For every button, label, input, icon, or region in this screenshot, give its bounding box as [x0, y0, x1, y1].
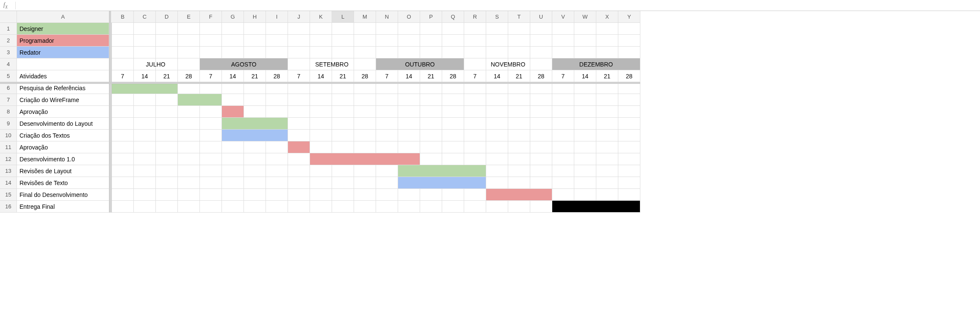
cell-W13[interactable]	[574, 165, 596, 177]
cell-Y3[interactable]	[618, 47, 640, 58]
cell-E2[interactable]	[178, 35, 200, 47]
cell-J8[interactable]	[288, 106, 310, 118]
cell-K2[interactable]	[310, 35, 332, 47]
cell-E16[interactable]	[178, 201, 200, 213]
cell-D2[interactable]	[156, 35, 178, 47]
cell-V2[interactable]	[552, 35, 574, 47]
cell-X12[interactable]	[596, 153, 618, 165]
cell-K3[interactable]	[310, 47, 332, 58]
cell-C15[interactable]	[134, 189, 156, 201]
cell-P6[interactable]	[420, 82, 442, 94]
cell-S13[interactable]	[486, 165, 508, 177]
cell-T14[interactable]	[508, 177, 530, 189]
cell-X10[interactable]	[596, 130, 618, 141]
cell-Q3[interactable]	[442, 47, 464, 58]
cell-G7[interactable]	[222, 94, 244, 106]
cell-S8[interactable]	[486, 106, 508, 118]
cell-R9[interactable]	[464, 118, 486, 130]
cell-Y10[interactable]	[618, 130, 640, 141]
cell-S7[interactable]	[486, 94, 508, 106]
cell-D1[interactable]	[156, 23, 178, 35]
column-header-P[interactable]: P	[420, 11, 442, 23]
cell-F6[interactable]	[200, 82, 222, 94]
column-header-E[interactable]: E	[178, 11, 200, 23]
month-header-dezembro[interactable]: DEZEMBRO	[552, 58, 640, 70]
cell-I14[interactable]	[266, 177, 288, 189]
task-label-row-7[interactable]: Criação do WireFrame	[17, 94, 109, 106]
cell-M8[interactable]	[354, 106, 376, 118]
cell-M1[interactable]	[354, 23, 376, 35]
cell-D9[interactable]	[156, 118, 178, 130]
cell-N1[interactable]	[376, 23, 398, 35]
column-header-D[interactable]: D	[156, 11, 178, 23]
cell-Y9[interactable]	[618, 118, 640, 130]
cell-N6[interactable]	[376, 82, 398, 94]
cell-X3[interactable]	[596, 47, 618, 58]
cell-V8[interactable]	[552, 106, 574, 118]
cell-T12[interactable]	[508, 153, 530, 165]
cell-B16[interactable]	[112, 201, 134, 213]
column-header-T[interactable]: T	[508, 11, 530, 23]
cell-F13[interactable]	[200, 165, 222, 177]
cell-K8[interactable]	[310, 106, 332, 118]
cell-Q7[interactable]	[442, 94, 464, 106]
cell-L8[interactable]	[332, 106, 354, 118]
cell-R15[interactable]	[464, 189, 486, 201]
cell-V1[interactable]	[552, 23, 574, 35]
column-header-R[interactable]: R	[464, 11, 486, 23]
cell-I2[interactable]	[266, 35, 288, 47]
date-cell-21[interactable]: 14	[486, 70, 508, 82]
cell-N14[interactable]	[376, 177, 398, 189]
cell-K7[interactable]	[310, 94, 332, 106]
cell-H14[interactable]	[244, 177, 266, 189]
cell-I15[interactable]	[266, 189, 288, 201]
cell-S6[interactable]	[486, 82, 508, 94]
cell-T6[interactable]	[508, 82, 530, 94]
cell-B8[interactable]	[112, 106, 134, 118]
cell-B7[interactable]	[112, 94, 134, 106]
cell-D14[interactable]	[156, 177, 178, 189]
cell-H6[interactable]	[244, 82, 266, 94]
column-header-H[interactable]: H	[244, 11, 266, 23]
cell-M16[interactable]	[354, 201, 376, 213]
cell-Q15[interactable]	[442, 189, 464, 201]
cell-O10[interactable]	[398, 130, 420, 141]
cell-D3[interactable]	[156, 47, 178, 58]
cell-X2[interactable]	[596, 35, 618, 47]
task-label-row-15[interactable]: Final do Desenvolvimento	[17, 189, 109, 201]
cell-E14[interactable]	[178, 177, 200, 189]
date-cell-8[interactable]: 7	[200, 70, 222, 82]
cell-I12[interactable]	[266, 153, 288, 165]
cell-J15[interactable]	[288, 189, 310, 201]
cell-C11[interactable]	[134, 141, 156, 153]
cell-C1[interactable]	[134, 23, 156, 35]
cell-M9[interactable]	[354, 118, 376, 130]
cell-F9[interactable]	[200, 118, 222, 130]
date-cell-20[interactable]: 7	[464, 70, 486, 82]
cell-U16[interactable]	[530, 201, 552, 213]
cell-T11[interactable]	[508, 141, 530, 153]
cell-L14[interactable]	[332, 177, 354, 189]
row-header-5[interactable]: 5	[0, 70, 17, 82]
cell-P11[interactable]	[420, 141, 442, 153]
legend-programador[interactable]: Programador	[17, 35, 109, 47]
cell-W14[interactable]	[574, 177, 596, 189]
row-header-6[interactable]: 6	[0, 82, 17, 94]
cell-S12[interactable]	[486, 153, 508, 165]
cell-V15[interactable]	[552, 189, 574, 201]
cell-D8[interactable]	[156, 106, 178, 118]
column-header-L[interactable]: L	[332, 11, 354, 23]
cell-Q12[interactable]	[442, 153, 464, 165]
cell-B3[interactable]	[112, 47, 134, 58]
gantt-bar-row-7[interactable]	[178, 94, 222, 106]
date-cell-7[interactable]: 28	[178, 70, 200, 82]
cell-E9[interactable]	[178, 118, 200, 130]
cell-X6[interactable]	[596, 82, 618, 94]
cell-K11[interactable]	[310, 141, 332, 153]
cell-E3[interactable]	[178, 47, 200, 58]
cell-E15[interactable]	[178, 189, 200, 201]
column-header-V[interactable]: V	[552, 11, 574, 23]
cell-N7[interactable]	[376, 94, 398, 106]
cell-J10[interactable]	[288, 130, 310, 141]
cell-N13[interactable]	[376, 165, 398, 177]
